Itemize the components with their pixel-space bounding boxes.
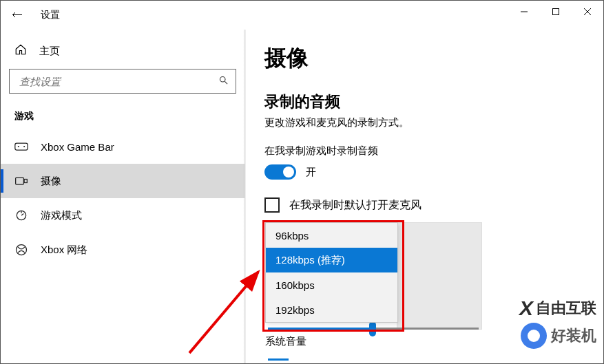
quality-slider[interactable] (268, 321, 479, 336)
audio-desc: 更改游戏和麦克风的录制方式。 (264, 116, 603, 129)
slider-fill (268, 328, 373, 330)
home-icon (14, 43, 27, 59)
svg-point-4 (220, 77, 226, 83)
dropdown-option-160[interactable]: 160kbps (266, 272, 397, 297)
dropdown-option-128[interactable]: 128kbps (推荐) (266, 248, 397, 272)
dropdown-option-192[interactable]: 192kbps (266, 297, 397, 322)
titlebar: 🡐 设置 (1, 1, 603, 30)
svg-rect-10 (24, 180, 27, 183)
maximize-icon (552, 8, 560, 16)
audio-heading: 录制的音频 (264, 92, 603, 112)
mic-default-label: 在我录制时默认打开麦克风 (289, 198, 421, 213)
svg-point-8 (23, 146, 25, 147)
sidebar-item-label: 游戏模式 (41, 209, 82, 222)
sidebar-home[interactable]: 主页 (1, 38, 244, 69)
mic-default-checkbox[interactable] (264, 197, 280, 213)
dropdown-option-96[interactable]: 96kbps (266, 223, 397, 248)
mic-default-row[interactable]: 在我录制时默认打开麦克风 (264, 197, 603, 213)
sidebar-item-capture[interactable]: 摄像 (1, 164, 244, 198)
svg-line-13 (21, 214, 23, 216)
dropdown-option-label: 96kbps (275, 230, 309, 242)
search-input[interactable] (18, 75, 218, 88)
page-title: 摄像 (264, 43, 603, 74)
capture-icon (14, 175, 28, 186)
back-button[interactable]: 🡐 (8, 6, 27, 25)
system-volume-label: 系统音量 (265, 335, 306, 348)
titlebar-left: 🡐 设置 (8, 6, 60, 25)
svg-point-7 (18, 146, 19, 147)
sidebar-home-label: 主页 (39, 45, 60, 58)
sidebar-item-xbox-game-bar[interactable]: Xbox Game Bar (1, 129, 244, 164)
record-audio-label: 在我录制游戏时录制音频 (264, 144, 603, 158)
slider-fill (268, 358, 289, 361)
record-audio-toggle[interactable] (264, 164, 296, 180)
svg-rect-1 (553, 9, 559, 15)
sidebar-section-label: 游戏 (1, 106, 244, 129)
sidebar-item-game-mode[interactable]: 游戏模式 (1, 198, 244, 233)
sidebar-item-label: Xbox Game Bar (41, 141, 114, 153)
window-title: 设置 (41, 9, 60, 21)
svg-line-5 (225, 81, 227, 84)
sidebar: 主页 游戏 Xbox Game Bar (1, 30, 245, 363)
search-box[interactable] (9, 69, 236, 94)
sidebar-item-xbox-network[interactable]: Xbox 网络 (1, 233, 244, 267)
toggle-state-label: 开 (306, 166, 316, 179)
minimize-button[interactable] (508, 1, 540, 23)
gamemode-icon (14, 208, 28, 222)
svg-point-14 (17, 245, 27, 255)
settings-window: 🡐 设置 主页 (0, 0, 604, 364)
window-controls (508, 1, 603, 30)
system-volume-slider[interactable] (268, 358, 479, 363)
close-button[interactable] (572, 1, 603, 23)
slider-thumb[interactable] (369, 321, 376, 336)
svg-rect-6 (15, 143, 28, 150)
record-audio-toggle-row: 开 (264, 164, 603, 180)
dropdown-option-label: 192kbps (275, 304, 315, 316)
maximize-button[interactable] (540, 1, 572, 23)
search-wrap (9, 69, 236, 94)
slider-backdrop (397, 222, 482, 330)
sidebar-item-label: Xbox 网络 (41, 244, 87, 257)
back-arrow-icon: 🡐 (12, 9, 23, 21)
sidebar-item-label: 摄像 (41, 175, 61, 188)
svg-rect-9 (16, 178, 24, 184)
gamebar-icon (14, 141, 28, 152)
dropdown-option-label: 160kbps (275, 279, 315, 291)
xbox-icon (14, 243, 28, 257)
bitrate-dropdown[interactable]: 96kbps 128kbps (推荐) 160kbps 192kbps (265, 222, 398, 323)
search-icon (218, 75, 229, 87)
minimize-icon (520, 8, 528, 16)
dropdown-option-label: 128kbps (推荐) (275, 254, 345, 267)
close-icon (583, 8, 592, 16)
